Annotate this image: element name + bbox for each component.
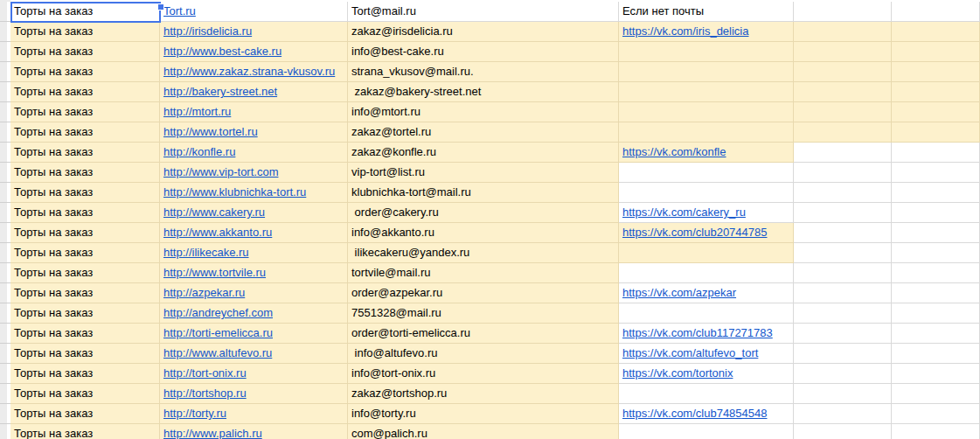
cell-empty[interactable] xyxy=(794,344,892,364)
cell-empty[interactable] xyxy=(892,344,980,364)
cell-category[interactable]: Торты на заказ xyxy=(10,183,160,203)
cell-url-link[interactable]: Tort.ru xyxy=(163,4,196,17)
cell-category[interactable]: Торты на заказ xyxy=(10,82,160,102)
cell-category[interactable]: Торты на заказ xyxy=(10,203,160,223)
cell-empty[interactable] xyxy=(892,163,980,183)
row-header[interactable] xyxy=(0,223,10,243)
cell-url[interactable]: http://tortshop.ru xyxy=(160,384,348,404)
cell-vk-link[interactable]: https://vk.com/cakery_ru xyxy=(622,206,746,219)
cell-empty[interactable] xyxy=(892,143,980,163)
cell-url-link[interactable]: http://tort-onix.ru xyxy=(163,366,247,380)
cell-vk[interactable] xyxy=(619,122,794,143)
cell-vk-link[interactable]: https://vk.com/tortonix xyxy=(622,366,733,380)
cell-empty[interactable] xyxy=(892,122,980,143)
cell-email[interactable]: klubnichka-tort@mail.ru xyxy=(348,183,619,203)
cell-category[interactable]: Торты на заказ xyxy=(10,2,160,22)
cell-empty[interactable] xyxy=(892,324,980,344)
cell-vk[interactable] xyxy=(619,303,794,324)
cell-vk[interactable] xyxy=(619,62,794,82)
cell-url-link[interactable]: http://tortshop.ru xyxy=(163,387,247,400)
cell-category[interactable]: Торты на заказ xyxy=(10,263,160,283)
cell-url[interactable]: http://www.klubnichka-tort.ru xyxy=(160,183,348,203)
cell-category[interactable]: Торты на заказ xyxy=(10,404,160,424)
cell-vk-link[interactable]: https://vk.com/iris_delicia xyxy=(622,24,749,38)
row-header[interactable] xyxy=(0,283,10,303)
cell-email[interactable]: info@altufevo.ru xyxy=(348,344,619,364)
cell-category[interactable]: Торты на заказ xyxy=(10,122,160,143)
cell-category[interactable]: Торты на заказ xyxy=(10,102,160,122)
cell-url-link[interactable]: http://www.altufevo.ru xyxy=(163,346,272,359)
cell-url[interactable]: http://www.cakery.ru xyxy=(160,203,348,223)
cell-vk[interactable] xyxy=(619,183,794,203)
cell-email[interactable]: ilikecakeru@yandex.ru xyxy=(348,243,619,263)
cell-email[interactable]: zakaz@konfle.ru xyxy=(348,143,619,163)
cell-vk[interactable]: https://vk.com/konfle xyxy=(619,143,794,163)
row-header[interactable] xyxy=(0,324,10,344)
cell-url[interactable]: http://www.altufevo.ru xyxy=(160,344,348,364)
cell-email[interactable]: com@palich.ru xyxy=(348,424,619,439)
row-header[interactable] xyxy=(0,424,10,439)
cell-vk[interactable] xyxy=(619,263,794,283)
cell-url[interactable]: http://www.zakaz.strana-vkusov.ru xyxy=(160,62,348,82)
cell-empty[interactable] xyxy=(794,223,892,243)
cell-url[interactable]: http://tort-onix.ru xyxy=(160,364,348,384)
row-header[interactable] xyxy=(0,263,10,283)
row-header[interactable] xyxy=(0,2,10,22)
cell-empty[interactable] xyxy=(892,223,980,243)
row-header[interactable] xyxy=(0,404,10,424)
cell-email[interactable]: 7551328@mail.ru xyxy=(348,303,619,324)
cell-empty[interactable] xyxy=(892,364,980,384)
cell-vk[interactable] xyxy=(619,82,794,102)
cell-url[interactable]: http://andreychef.com xyxy=(160,303,348,324)
cell-vk-link[interactable]: https://vk.com/azpekar xyxy=(622,286,736,299)
cell-empty[interactable] xyxy=(794,143,892,163)
cell-email[interactable]: info@akkanto.ru xyxy=(348,223,619,243)
cell-empty[interactable] xyxy=(794,203,892,223)
cell-url[interactable]: http://bakery-street.net xyxy=(160,82,348,102)
cell-url[interactable]: http://www.tortvile.ru xyxy=(160,263,348,283)
cell-empty[interactable] xyxy=(892,203,980,223)
row-header[interactable] xyxy=(0,42,10,62)
cell-email[interactable]: info@torty.ru xyxy=(348,404,619,424)
cell-url[interactable]: http://mtort.ru xyxy=(160,102,348,122)
cell-url-link[interactable]: http://torti-emelicca.ru xyxy=(163,326,273,339)
cell-vk[interactable] xyxy=(619,424,794,439)
cell-empty[interactable] xyxy=(794,424,892,439)
cell-vk[interactable]: https://vk.com/iris_delicia xyxy=(619,22,794,42)
cell-email[interactable]: info@mtort.ru xyxy=(348,102,619,122)
cell-url[interactable]: http://www.best-cake.ru xyxy=(160,42,348,62)
cell-url[interactable]: http://www.vip-tort.com xyxy=(160,163,348,183)
cell-empty[interactable] xyxy=(892,42,980,62)
cell-category[interactable]: Торты на заказ xyxy=(10,22,160,42)
cell-empty[interactable] xyxy=(892,62,980,82)
cell-email[interactable]: zakaz@tortel.ru xyxy=(348,122,619,143)
cell-email[interactable]: order@torti-emelicca.ru xyxy=(348,324,619,344)
cell-vk[interactable] xyxy=(619,384,794,404)
cell-vk[interactable]: Если нет почты xyxy=(619,2,794,22)
row-header[interactable] xyxy=(0,203,10,223)
cell-category[interactable]: Торты на заказ xyxy=(10,62,160,82)
cell-vk-link[interactable]: https://vk.com/club20744785 xyxy=(622,226,768,239)
cell-category[interactable]: Торты на заказ xyxy=(10,303,160,324)
cell-empty[interactable] xyxy=(892,183,980,203)
cell-empty[interactable] xyxy=(794,2,892,22)
cell-empty[interactable] xyxy=(892,22,980,42)
selection-fill-handle[interactable] xyxy=(157,3,164,10)
cell-vk-link[interactable]: https://vk.com/altufevo_tort xyxy=(622,346,758,359)
cell-empty[interactable] xyxy=(794,324,892,344)
cell-url[interactable]: http://www.tortel.ru xyxy=(160,122,348,143)
cell-category[interactable]: Торты на заказ xyxy=(10,223,160,243)
cell-vk[interactable] xyxy=(619,163,794,183)
cell-url-link[interactable]: http://mtort.ru xyxy=(163,105,231,118)
cell-category[interactable]: Торты на заказ xyxy=(10,324,160,344)
cell-vk-link[interactable]: https://vk.com/konfle xyxy=(622,145,726,158)
cell-empty[interactable] xyxy=(892,404,980,424)
cell-url-link[interactable]: http://irisdelicia.ru xyxy=(163,24,252,38)
row-header[interactable] xyxy=(0,364,10,384)
cell-email[interactable]: order@cakery.ru xyxy=(348,203,619,223)
cell-url[interactable]: http://torty.ru xyxy=(160,404,348,424)
cell-url-link[interactable]: http://www.vip-tort.com xyxy=(163,165,278,178)
cell-url-link[interactable]: http://torty.ru xyxy=(163,407,226,420)
cell-url[interactable]: http://irisdelicia.ru xyxy=(160,22,348,42)
cell-email[interactable]: Tort@mail.ru xyxy=(348,2,619,22)
